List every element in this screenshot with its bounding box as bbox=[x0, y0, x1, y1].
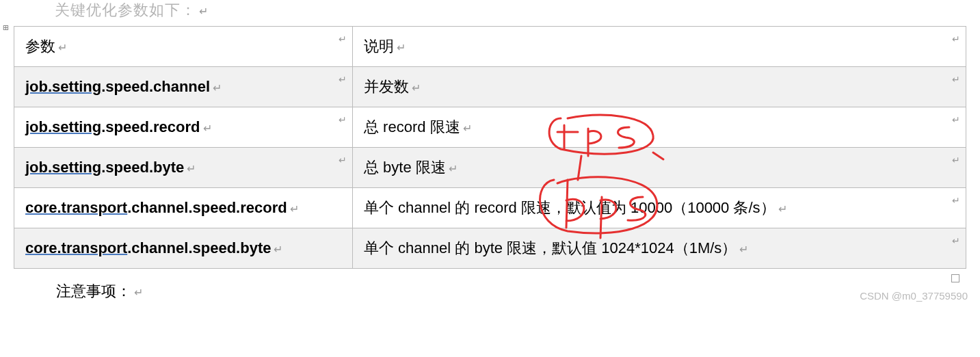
paragraph-mark-icon: ↵ bbox=[952, 114, 960, 125]
parameters-table-container: ⊞ 参数↵ ↵ 说明↵ ↵ job.setting.speed.channel↵… bbox=[14, 26, 966, 269]
paragraph-mark-icon: ↵ bbox=[274, 243, 282, 255]
paragraph-mark-icon: ↵ bbox=[739, 243, 748, 255]
table-row: job.setting.speed.byte↵ ↵ 总 byte 限速↵ ↵ bbox=[14, 148, 966, 188]
table-row: core.transport.channel.speed.byte↵ 单个 ch… bbox=[14, 228, 966, 269]
paragraph-mark-icon: ↵ bbox=[952, 155, 960, 166]
param-cell: core.transport.channel.speed.record↵ bbox=[14, 188, 353, 228]
desc-cell: 总 record 限速↵ ↵ bbox=[353, 107, 966, 148]
table-header-row: 参数↵ ↵ 说明↵ ↵ bbox=[14, 27, 966, 67]
paragraph-mark-icon: ↵ bbox=[213, 82, 222, 94]
paragraph-mark-icon: ↵ bbox=[339, 155, 347, 166]
paragraph-mark-icon: ↵ bbox=[952, 195, 960, 206]
paragraph-mark-icon: ↵ bbox=[463, 122, 472, 134]
param-cell: job.setting.speed.channel↵ ↵ bbox=[14, 67, 353, 107]
notes-heading: 注意事项：↵ bbox=[14, 269, 966, 306]
paragraph-mark-icon: ↵ bbox=[778, 203, 787, 215]
paragraph-mark-icon: ↵ bbox=[952, 235, 960, 246]
paragraph-mark-icon: ↵ bbox=[339, 34, 347, 44]
paragraph-mark-icon: ↵ bbox=[199, 5, 209, 17]
desc-cell: 并发数↵ ↵ bbox=[353, 67, 966, 107]
paragraph-mark-icon: ↵ bbox=[134, 287, 143, 298]
paragraph-mark-icon: ↵ bbox=[449, 163, 458, 174]
param-cell: core.transport.channel.speed.byte↵ bbox=[14, 228, 353, 269]
paragraph-mark-icon: ↵ bbox=[290, 203, 299, 215]
paragraph-mark-icon: ↵ bbox=[397, 42, 406, 53]
header-param: 参数↵ ↵ bbox=[14, 27, 353, 67]
paragraph-end-marker bbox=[951, 274, 959, 282]
paragraph-mark-icon: ↵ bbox=[412, 82, 421, 94]
header-desc: 说明↵ ↵ bbox=[353, 27, 966, 67]
desc-cell: 单个 channel 的 record 限速，默认值为 10000（10000 … bbox=[353, 188, 966, 228]
param-cell: job.setting.speed.record↵ ↵ bbox=[14, 107, 353, 148]
paragraph-mark-icon: ↵ bbox=[187, 163, 196, 174]
desc-cell: 总 byte 限速↵ ↵ bbox=[353, 148, 966, 188]
param-cell: job.setting.speed.byte↵ ↵ bbox=[14, 148, 353, 188]
paragraph-mark-icon: ↵ bbox=[952, 74, 960, 85]
parameters-table: 参数↵ ↵ 说明↵ ↵ job.setting.speed.channel↵ ↵… bbox=[14, 26, 966, 269]
intro-text: 关键优化参数如下：↵ bbox=[14, 0, 966, 26]
table-row: job.setting.speed.channel↵ ↵ 并发数↵ ↵ bbox=[14, 67, 966, 107]
watermark-text: CSDN @m0_37759590 bbox=[860, 290, 968, 302]
paragraph-mark-icon: ↵ bbox=[339, 74, 347, 85]
paragraph-mark-icon: ↵ bbox=[203, 122, 212, 134]
table-toggle-icon: ⊞ bbox=[3, 22, 8, 33]
paragraph-mark-icon: ↵ bbox=[952, 34, 960, 44]
desc-cell: 单个 channel 的 byte 限速，默认值 1024*1024（1M/s）… bbox=[353, 228, 966, 269]
paragraph-mark-icon: ↵ bbox=[339, 114, 347, 125]
table-row: core.transport.channel.speed.record↵ 单个 … bbox=[14, 188, 966, 228]
table-row: job.setting.speed.record↵ ↵ 总 record 限速↵… bbox=[14, 107, 966, 148]
paragraph-mark-icon: ↵ bbox=[58, 42, 67, 53]
